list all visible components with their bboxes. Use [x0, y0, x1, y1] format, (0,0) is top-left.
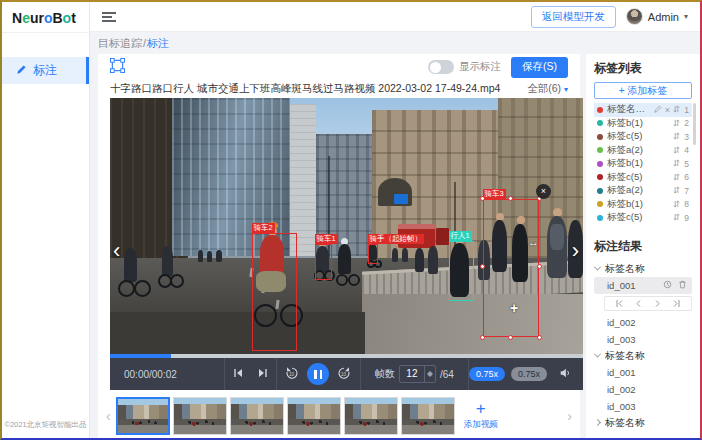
sort-updown-icon[interactable]	[673, 172, 680, 183]
toggle-switch[interactable]	[428, 60, 454, 74]
user-menu[interactable]: Admin ▾	[626, 8, 688, 25]
video-canvas[interactable]: 骑车2 骑车1 骑手（起始帧） 行人1 骑车3	[110, 98, 583, 354]
label-color-dot	[597, 174, 603, 180]
sort-updown-icon[interactable]	[673, 185, 680, 196]
prev-frame-arrow[interactable]: ‹	[113, 240, 120, 262]
logo-part: ur	[30, 10, 44, 26]
result-item-selected[interactable]: id_001	[594, 277, 692, 294]
stepper-up-icon[interactable]	[425, 366, 435, 374]
label-row[interactable]: 标签c(5) 9	[594, 211, 692, 225]
add-label-button[interactable]: + 添加标签	[594, 82, 692, 99]
rewind-10-icon[interactable]: 10	[285, 366, 299, 382]
label-row[interactable]: 标签b(1) 2	[594, 117, 692, 131]
delete-icon[interactable]: ×	[665, 105, 670, 115]
back-to-model-dev-button[interactable]: 返回模型开发	[531, 6, 616, 28]
frame-input[interactable]: 12	[400, 366, 424, 382]
bicycle-wheel	[170, 274, 184, 288]
sort-updown-icon[interactable]	[673, 212, 680, 223]
volume-icon[interactable]	[559, 367, 571, 381]
sort-updown-icon[interactable]	[673, 104, 680, 115]
sort-updown-icon[interactable]	[673, 118, 680, 129]
next-page-icon[interactable]	[653, 294, 662, 312]
clock-icon[interactable]	[663, 280, 672, 291]
label-row[interactable]: 标签a(2) 7	[594, 184, 692, 198]
sort-updown-icon[interactable]	[673, 199, 680, 210]
video-thumbnail-selected[interactable]	[116, 397, 170, 435]
add-video-button[interactable]: + 添加视频	[458, 395, 504, 437]
bbox-cyclist-1[interactable]: 骑车1	[315, 244, 332, 280]
frame-count-label: 帧数	[375, 367, 395, 381]
result-item[interactable]: id_003	[594, 398, 692, 415]
last-page-icon[interactable]	[672, 294, 681, 312]
prev-page-icon[interactable]	[634, 294, 643, 312]
result-group-header[interactable]: 标签名称	[594, 261, 692, 277]
resize-handle[interactable]	[508, 335, 513, 340]
sort-updown-icon[interactable]	[673, 131, 680, 142]
result-item[interactable]: id_003	[594, 331, 692, 348]
skip-to-start-icon[interactable]	[233, 368, 243, 380]
rect-select-tool-icon[interactable]	[110, 58, 125, 77]
video-thumbnail[interactable]	[344, 397, 398, 435]
forward-10-icon[interactable]: 10	[337, 366, 351, 382]
result-group-header[interactable]: 标签名称	[594, 348, 692, 364]
resize-handle[interactable]	[480, 264, 485, 269]
video-thumbnail[interactable]	[173, 397, 227, 435]
delete-box-button[interactable]: ×	[536, 184, 551, 199]
result-item[interactable]: id_002	[594, 314, 692, 331]
hotkey-number: 3	[683, 132, 689, 142]
sort-updown-icon[interactable]	[673, 145, 680, 156]
video-thumbnail[interactable]	[287, 397, 341, 435]
frame-stepper	[424, 366, 435, 382]
label-row-selected[interactable]: 标签名字最长数... × 1	[594, 103, 692, 117]
resize-handle[interactable]	[480, 335, 485, 340]
red-bus	[436, 228, 449, 245]
label-row[interactable]: 标签c(5) 3	[594, 130, 692, 144]
resize-handle[interactable]	[480, 196, 485, 201]
resize-handle[interactable]	[537, 264, 542, 269]
label-row[interactable]: 标签b(1) 8	[594, 198, 692, 212]
speed-pill-inactive[interactable]: 0.75x	[511, 367, 547, 381]
result-item[interactable]: id_001	[594, 364, 692, 381]
video-thumbnail[interactable]	[230, 397, 284, 435]
video-thumbnail[interactable]	[401, 397, 455, 435]
show-annotation-toggle[interactable]: 显示标注	[428, 60, 501, 74]
bbox-cyclist-3-selected[interactable]: 骑车3	[483, 199, 539, 337]
collapse-menu-icon[interactable]	[102, 10, 116, 24]
result-item[interactable]: id_002	[594, 381, 692, 398]
first-page-icon[interactable]	[615, 294, 624, 312]
bbox-cyclist-2[interactable]: 骑车2	[252, 233, 297, 351]
sidebar-item-annotate[interactable]: 标注	[2, 57, 89, 84]
sort-updown-icon[interactable]	[673, 158, 680, 169]
breadcrumb-parent[interactable]: 目标追踪	[98, 36, 142, 51]
result-group-name: 标签名称	[605, 416, 645, 430]
speed-pill-active[interactable]: 0.75x	[469, 367, 505, 381]
scrollbar[interactable]	[693, 103, 696, 145]
toggle-label: 显示标注	[459, 60, 501, 74]
result-group-header[interactable]: 标签名称	[594, 415, 692, 431]
stepper-down-icon[interactable]	[425, 374, 435, 382]
filmstrip-prev-arrow[interactable]: ‹	[104, 408, 113, 424]
filter-dropdown[interactable]: 全部(6) ▾	[527, 82, 568, 96]
save-button[interactable]: 保存(S)	[511, 57, 568, 78]
resize-handle[interactable]	[537, 335, 542, 340]
bbox-label: 骑车3	[483, 189, 506, 199]
skip-to-end-icon[interactable]	[258, 368, 268, 380]
label-row[interactable]: 标签c(5) 6	[594, 171, 692, 185]
chevron-down-icon	[594, 351, 601, 358]
edit-icon[interactable]	[654, 104, 662, 115]
next-frame-arrow[interactable]: ›	[572, 240, 579, 262]
filmstrip-next-arrow[interactable]: ›	[565, 408, 574, 424]
svg-text:10: 10	[341, 372, 347, 377]
label-row[interactable]: 标签b(1) 5	[594, 157, 692, 171]
pause-button[interactable]	[307, 363, 329, 385]
main-area: 返回模型开发 Admin ▾ 目标追踪 / 标注	[90, 2, 700, 438]
breadcrumb-separator: /	[143, 37, 146, 49]
bbox-pedestrian-1[interactable]: 行人1	[449, 241, 474, 301]
resize-handle[interactable]	[508, 196, 513, 201]
bbox-rider-startframe[interactable]: 骑手（起始帧）	[368, 244, 378, 264]
trash-icon[interactable]	[678, 280, 687, 291]
result-item-id: id_003	[607, 334, 636, 345]
label-name: 标签b(1)	[607, 117, 669, 130]
label-row[interactable]: 标签a(2) 4	[594, 144, 692, 158]
chevron-down-icon: ▾	[684, 12, 688, 21]
